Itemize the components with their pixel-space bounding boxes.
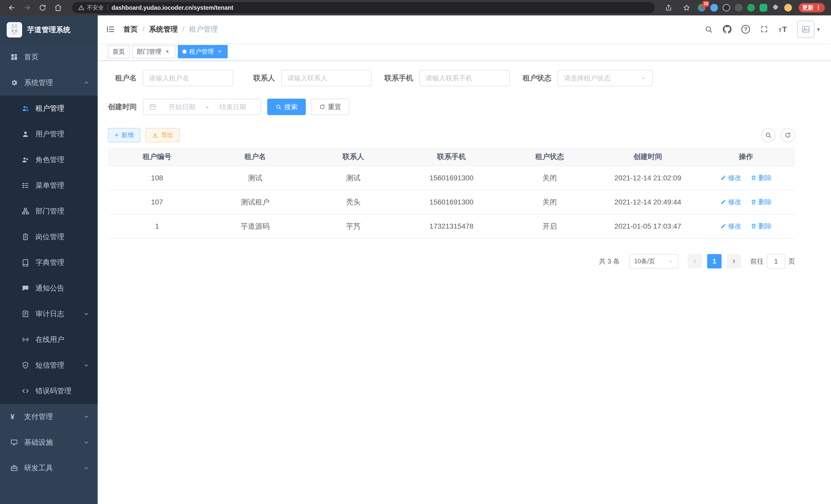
- user-avatar-menu[interactable]: ▾: [797, 21, 820, 38]
- sidebar-item-role[interactable]: 角色管理: [0, 147, 98, 173]
- export-button-label: 导出: [161, 131, 173, 139]
- sidebar-item-error-code[interactable]: 错误码管理: [0, 378, 98, 404]
- user-icon: [22, 130, 30, 138]
- column-header: 租户名: [206, 147, 304, 166]
- sidebar-group-pay[interactable]: ¥ 支付管理: [0, 404, 98, 429]
- extension-icon[interactable]: 10: [698, 4, 706, 11]
- help-icon[interactable]: ?: [739, 22, 753, 36]
- browser-home-icon[interactable]: [51, 1, 65, 14]
- sidebar-item-label: 基础设施: [24, 438, 53, 447]
- export-button[interactable]: 导出: [145, 128, 180, 142]
- download-icon: [152, 132, 158, 138]
- fullscreen-icon[interactable]: [757, 22, 771, 36]
- contact-input[interactable]: [287, 74, 365, 82]
- extension-icon[interactable]: [747, 4, 755, 11]
- delete-button[interactable]: 删除: [751, 198, 772, 207]
- sidebar-item-online-user[interactable]: 在线用户: [0, 327, 98, 352]
- browser-update-button[interactable]: 更新 ⋮: [799, 3, 825, 12]
- sidebar-item-label: 错误码管理: [35, 386, 71, 396]
- extension-icon[interactable]: [760, 4, 767, 11]
- bookmark-star-icon[interactable]: [680, 1, 693, 14]
- url-bar[interactable]: 不安全 dashboard.yudao.iocoder.cn/system/te…: [72, 2, 655, 13]
- font-size-icon[interactable]: T T: [775, 22, 790, 36]
- url-text: dashboard.yudao.iocoder.cn/system/tenant: [112, 4, 233, 11]
- sidebar-item-dept[interactable]: 部门管理: [0, 198, 98, 224]
- column-header: 租户编号: [108, 147, 206, 166]
- extension-icon[interactable]: [735, 4, 743, 11]
- extension-icon[interactable]: [722, 4, 730, 11]
- phone-input[interactable]: [426, 74, 504, 82]
- sidebar-item-label: 菜单管理: [35, 181, 64, 190]
- font-size-small: T: [779, 28, 782, 33]
- prev-page-button[interactable]: [688, 254, 702, 268]
- sidebar-item-user[interactable]: 用户管理: [0, 121, 98, 147]
- toggle-search-button[interactable]: [761, 128, 775, 142]
- reset-button[interactable]: 重置: [311, 99, 349, 115]
- error-code-icon: [22, 387, 30, 395]
- close-icon[interactable]: ×: [217, 48, 223, 55]
- logo-bar[interactable]: 芋道管理系统: [0, 16, 98, 44]
- sidebar-item-dict[interactable]: 字典管理: [0, 250, 98, 275]
- browser-forward-icon[interactable]: [21, 1, 34, 14]
- contact-label: 联系人: [246, 73, 275, 83]
- tab-label: 首页: [113, 48, 125, 56]
- breadcrumb-home[interactable]: 首页: [123, 24, 138, 34]
- chevron-down-icon: [83, 439, 89, 445]
- edit-label: 修改: [728, 198, 741, 207]
- calendar-icon: [149, 103, 156, 111]
- share-icon[interactable]: [662, 1, 675, 14]
- tab-dept[interactable]: 部门管理 ×: [132, 45, 175, 58]
- github-icon[interactable]: [720, 22, 735, 36]
- tab-tenant[interactable]: 租户管理 ×: [178, 45, 228, 58]
- search-button[interactable]: 搜索: [267, 99, 306, 115]
- dept-tree-icon: [22, 207, 30, 215]
- delete-button[interactable]: 删除: [751, 222, 772, 231]
- sidebar-item-sms[interactable]: 短信管理: [0, 352, 98, 378]
- extension-icon[interactable]: [710, 4, 718, 11]
- sidebar-item-label: 短信管理: [35, 360, 64, 370]
- sidebar-collapse-icon[interactable]: [106, 25, 115, 34]
- delete-button[interactable]: 删除: [751, 173, 772, 182]
- security-chip[interactable]: 不安全: [78, 4, 104, 11]
- goto-page-input[interactable]: [767, 254, 785, 268]
- profile-avatar-icon[interactable]: [784, 4, 792, 11]
- sidebar-group-system[interactable]: 系统管理: [0, 70, 98, 95]
- browser-back-icon[interactable]: [5, 1, 19, 14]
- cell-contact: 芋艿: [304, 214, 402, 238]
- status-select[interactable]: 请选择租户状态: [557, 70, 653, 86]
- sidebar-item-notice[interactable]: 通知公告: [0, 275, 98, 301]
- cell-status: 关闭: [500, 190, 599, 214]
- sidebar-item-post[interactable]: 岗位管理: [0, 224, 98, 250]
- extension-badge: 10: [703, 1, 709, 7]
- close-icon[interactable]: ×: [164, 48, 171, 55]
- add-button[interactable]: + 新增: [108, 128, 140, 142]
- sidebar-group-tools[interactable]: 研发工具: [0, 455, 98, 481]
- date-range-picker[interactable]: 开始日期 - 结束日期: [143, 99, 261, 115]
- browser-toolbar-right: 10 更新 ⋮: [662, 1, 826, 14]
- sidebar-item-label: 审计日志: [35, 309, 64, 319]
- edit-button[interactable]: 修改: [720, 198, 741, 207]
- tab-home[interactable]: 首页: [108, 45, 130, 58]
- sidebar-group-infra[interactable]: 基础设施: [0, 429, 98, 455]
- header-search-icon[interactable]: [701, 22, 716, 36]
- table-toolbar: + 新增 导出: [108, 128, 795, 142]
- search-icon: [276, 104, 282, 110]
- tenant-name-input[interactable]: [149, 74, 227, 82]
- navbar: 首页 / 系统管理 / 租户管理 ?: [98, 16, 831, 43]
- status-label: 租户状态: [523, 73, 551, 83]
- sidebar-item-tenant[interactable]: 租户管理: [0, 95, 98, 121]
- page-size-select[interactable]: 10条/页: [629, 254, 678, 268]
- page-number-current[interactable]: 1: [707, 254, 721, 268]
- sidebar-item-menu[interactable]: 菜单管理: [0, 173, 98, 198]
- sidebar-item-home[interactable]: 首页: [0, 44, 98, 70]
- browser-reload-icon[interactable]: [36, 1, 49, 14]
- cell-tenant-id: 108: [108, 166, 206, 190]
- extensions-puzzle-icon[interactable]: [772, 4, 780, 11]
- edit-button[interactable]: 修改: [720, 173, 741, 182]
- active-dot: [182, 50, 187, 54]
- refresh-table-button[interactable]: [781, 128, 795, 142]
- sidebar-item-audit-log[interactable]: 审计日志: [0, 301, 98, 327]
- breadcrumb-system[interactable]: 系统管理: [149, 24, 178, 34]
- edit-button[interactable]: 修改: [720, 222, 741, 231]
- next-page-button[interactable]: [727, 254, 741, 268]
